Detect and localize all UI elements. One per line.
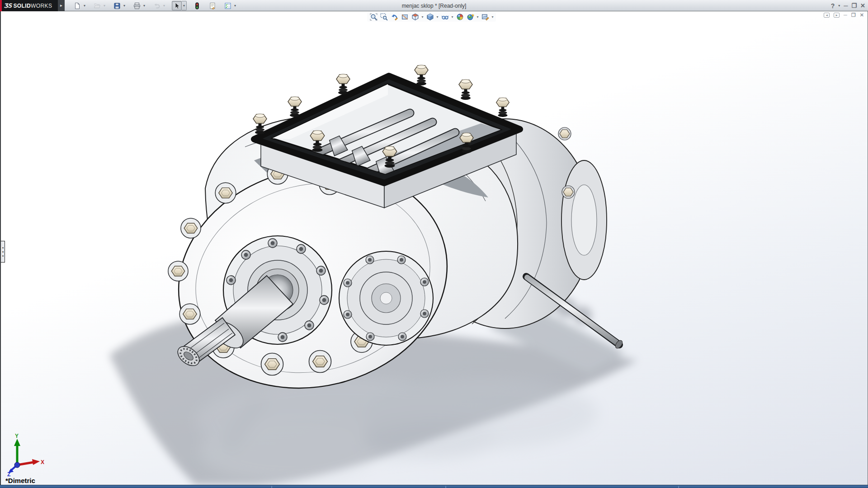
display-style-dropdown[interactable]: ▾ [435, 15, 439, 19]
hide-show-items-button[interactable] [440, 12, 450, 21]
select-cursor-icon [173, 2, 180, 9]
zoom-to-area-button[interactable] [379, 12, 389, 21]
view-orientation-button[interactable] [410, 12, 420, 21]
feature-tree-collapsed-tab[interactable]: ◂ ◂ ◂ [1, 241, 5, 263]
open-folder-icon [94, 2, 101, 9]
new-document-icon [74, 2, 81, 9]
collapse-arrow-icon: ◂ [2, 254, 3, 257]
doc-minimize-button[interactable]: ─ [844, 13, 847, 18]
reference-triad: Z Y X [4, 433, 45, 477]
view-orientation-icon [411, 13, 419, 21]
solidworks-logo: ƷS SOLIDWORKS [0, 0, 58, 11]
collapse-arrow-icon: ◂ [2, 246, 3, 249]
brand-name: SOLIDWORKS [13, 3, 52, 9]
zoom-to-fit-button[interactable] [368, 12, 378, 21]
view-orientation-dropdown[interactable]: ▾ [420, 15, 425, 19]
undo-button[interactable] [152, 1, 162, 10]
previous-view-icon [391, 13, 398, 21]
apply-scene-icon [467, 13, 474, 21]
section-view-icon [401, 13, 409, 21]
doc-restore-button[interactable]: ❐ [851, 13, 856, 18]
open-dropdown[interactable]: ▾ [102, 4, 107, 8]
hide-show-items-dropdown[interactable]: ▾ [450, 15, 454, 19]
rebuild-button[interactable] [192, 1, 202, 10]
window-controls: ? ▾ ─ ❐ ✕ [831, 0, 865, 11]
save-dropdown[interactable]: ▾ [122, 4, 127, 8]
undo-icon [153, 2, 160, 9]
title-bar: ƷS SOLIDWORKS ► menjac sklop * [Read-onl… [0, 0, 868, 11]
open-button[interactable] [92, 1, 102, 10]
triad-x-label: X [41, 459, 44, 465]
statusbar-divider [271, 486, 272, 488]
gearbox-3d-model [1, 11, 868, 485]
pane-next-button[interactable]: ► [834, 13, 840, 18]
select-dropdown[interactable]: ▾ [182, 1, 187, 10]
section-view-button[interactable] [400, 12, 410, 21]
pane-previous-button[interactable]: ◄ [824, 13, 830, 18]
help-dropdown[interactable]: ▾ [838, 4, 840, 8]
graphics-area[interactable]: ▾ ▾ ▾ [0, 11, 868, 485]
select-tool-button[interactable] [172, 1, 182, 10]
triad-z-label: Z [7, 471, 10, 477]
save-floppy-icon [113, 2, 121, 9]
minimize-button[interactable]: ─ [844, 3, 848, 9]
apply-scene-dropdown[interactable]: ▾ [476, 15, 480, 19]
status-bar [0, 485, 868, 488]
zoom-to-area-icon [380, 13, 388, 21]
statusbar-divider [678, 486, 679, 488]
edit-appearance-button[interactable] [455, 12, 465, 21]
triad-y-label: Y [15, 433, 19, 439]
print-button[interactable] [132, 1, 142, 10]
edit-appearance-icon [456, 13, 464, 21]
new-document-button[interactable] [72, 1, 82, 10]
rebuild-traffic-light-icon [193, 2, 201, 9]
close-button[interactable]: ✕ [860, 3, 865, 9]
apply-scene-button[interactable] [465, 12, 475, 21]
file-properties-icon [209, 2, 216, 9]
view-settings-button[interactable] [480, 12, 490, 21]
options-dropdown[interactable]: ▾ [233, 4, 237, 8]
help-button[interactable]: ? [831, 3, 835, 9]
new-dropdown[interactable]: ▾ [82, 4, 87, 8]
restore-button[interactable]: ❐ [851, 3, 857, 9]
display-style-button[interactable] [425, 12, 435, 21]
print-dropdown[interactable]: ▾ [142, 4, 146, 8]
view-settings-dropdown[interactable]: ▾ [491, 15, 495, 19]
document-window-controls: ◄ ► ─ ❐ ✕ [824, 13, 864, 18]
options-button[interactable] [223, 1, 233, 10]
file-properties-button[interactable] [208, 1, 217, 10]
statusbar-divider [445, 486, 446, 488]
doc-close-button[interactable]: ✕ [860, 13, 864, 18]
menu-flyout-arrow-icon[interactable]: ► [58, 0, 65, 11]
dassault-mark: ƷS [4, 2, 11, 9]
view-orientation-label: *Dimetric [5, 477, 35, 484]
collapse-arrow-icon: ◂ [2, 250, 3, 253]
brand-red-strip [0, 0, 2, 11]
headsup-view-toolbar: ▾ ▾ ▾ [367, 12, 496, 22]
display-style-icon [426, 13, 434, 21]
hide-show-items-eyeglasses-icon [441, 13, 449, 21]
zoom-to-fit-icon [370, 13, 377, 21]
options-icon [224, 2, 231, 9]
standard-toolbar: ▾ ▾ ▾ [72, 0, 242, 11]
view-settings-icon [481, 13, 489, 21]
print-icon [133, 2, 141, 9]
undo-dropdown[interactable]: ▾ [162, 4, 166, 8]
previous-view-button[interactable] [389, 12, 399, 21]
save-button[interactable] [112, 1, 122, 10]
